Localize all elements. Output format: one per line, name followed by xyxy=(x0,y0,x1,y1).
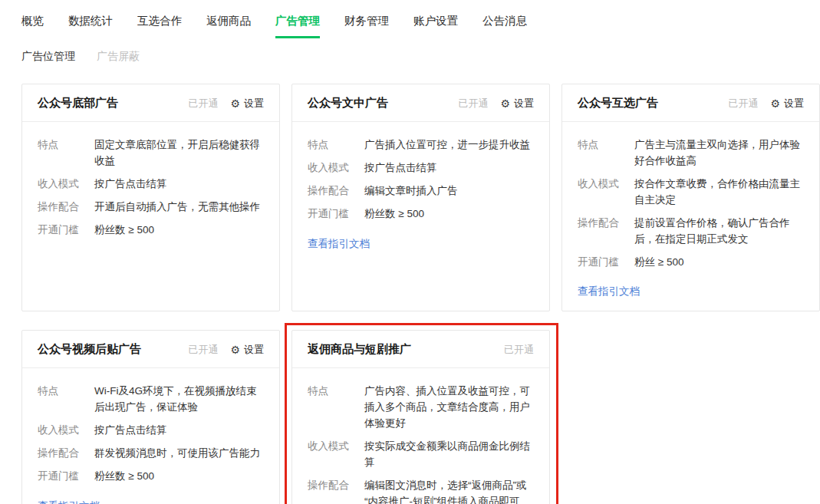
spec-value: 粉丝数 ≥ 500 xyxy=(364,206,424,222)
tab-mutual-selection[interactable]: 互选合作 xyxy=(137,14,182,38)
spec-value: 提前设置合作价格，确认广告合作后，在指定日期正式发文 xyxy=(634,216,804,248)
spec-value: 粉丝数 ≥ 500 xyxy=(94,222,154,239)
spec-row: 操作配合编辑文章时插入广告 xyxy=(308,183,534,199)
spec-label: 特点 xyxy=(38,384,85,416)
settings-button[interactable]: ⚙ 设置 xyxy=(230,343,264,357)
spec-row: 操作配合群发视频消息时，可使用该广告能力 xyxy=(38,446,264,462)
spec-row: 特点广告插入位置可控，进一步提升收益 xyxy=(308,137,534,153)
spec-label: 特点 xyxy=(308,137,355,153)
spec-value: 编辑文章时插入广告 xyxy=(364,183,458,199)
settings-label: 设置 xyxy=(514,97,534,110)
card-header: 公众号视频后贴广告 已开通 ⚙ 设置 xyxy=(22,331,279,368)
card-title: 公众号互选广告 xyxy=(578,96,658,110)
subtab-ad-slot-management[interactable]: 广告位管理 xyxy=(21,50,75,64)
spec-label: 特点 xyxy=(308,384,355,432)
card-title: 返佣商品与短剧推广 xyxy=(308,342,411,357)
card-header-actions: 已开通 ⚙ 设置 xyxy=(188,343,264,357)
tab-overview[interactable]: 概览 xyxy=(21,14,44,38)
spec-row: 收入模式按实际成交金额乘以商品佣金比例结算 xyxy=(308,439,534,471)
spec-value: 广告插入位置可控，进一步提升收益 xyxy=(364,137,530,153)
tab-data-stats[interactable]: 数据统计 xyxy=(68,14,113,38)
spec-value: 按实际成交金额乘以商品佣金比例结算 xyxy=(364,439,534,471)
card-body: 特点广告主与流量主双向选择，用户体验好合作收益高 收入模式按合作文章收费，合作价… xyxy=(562,122,819,311)
spec-label: 开通门槛 xyxy=(38,469,85,485)
spec-value: 固定文章底部位置，开启后稳健获得收益 xyxy=(94,137,264,170)
spec-label: 收入模式 xyxy=(308,439,355,471)
card-in-article-ad: 公众号文中广告 已开通 ⚙ 设置 特点广告插入位置可控，进一步提升收益 收入模式… xyxy=(291,84,550,311)
spec-row: 开通门槛粉丝数 ≥ 500 xyxy=(38,222,264,239)
spec-value: 按合作文章收费，合作价格由流量主自主决定 xyxy=(634,176,804,209)
spec-value: 群发视频消息时，可使用该广告能力 xyxy=(94,446,260,462)
status-badge: 已开通 xyxy=(504,343,534,357)
ad-cards-grid: 公众号底部广告 已开通 ⚙ 设置 特点固定文章底部位置，开启后稳健获得收益 收入… xyxy=(21,84,820,504)
spec-row: 收入模式按广告点击结算 xyxy=(38,423,264,439)
card-header: 公众号底部广告 已开通 ⚙ 设置 xyxy=(22,84,279,122)
spec-label: 收入模式 xyxy=(308,160,355,176)
spec-row: 特点Wi-Fi及4G环境下，在视频播放结束后出现广告，保证体验 xyxy=(38,384,264,416)
spec-row: 收入模式按合作文章收费，合作价格由流量主自主决定 xyxy=(578,176,804,209)
spec-label: 特点 xyxy=(578,137,625,170)
guide-doc-link[interactable]: 查看指引文档 xyxy=(578,285,640,298)
card-header-actions: 已开通 ⚙ 设置 xyxy=(728,97,804,110)
tab-account-settings[interactable]: 账户设置 xyxy=(413,14,458,38)
tab-ad-management[interactable]: 广告管理 xyxy=(275,14,320,38)
spec-row: 收入模式按广告点击结算 xyxy=(308,160,534,176)
spec-label: 收入模式 xyxy=(38,423,85,439)
card-mutual-selection-ad: 公众号互选广告 已开通 ⚙ 设置 特点广告主与流量主双向选择，用户体验好合作收益… xyxy=(561,84,820,311)
gear-icon: ⚙ xyxy=(230,344,240,355)
spec-value: 按广告点击结算 xyxy=(364,160,437,176)
spec-label: 收入模式 xyxy=(38,176,85,193)
settings-label: 设置 xyxy=(244,343,264,357)
status-badge: 已开通 xyxy=(728,97,758,110)
spec-label: 操作配合 xyxy=(308,183,355,199)
card-header-actions: 已开通 ⚙ 设置 xyxy=(188,97,264,110)
card-header: 返佣商品与短剧推广 已开通 xyxy=(292,331,549,368)
spec-label: 开通门槛 xyxy=(308,206,355,222)
spec-label: 操作配合 xyxy=(38,199,85,216)
spec-row: 开通门槛粉丝数 ≥ 500 xyxy=(38,469,264,485)
status-badge: 已开通 xyxy=(188,97,218,110)
tab-finance[interactable]: 财务管理 xyxy=(344,14,389,38)
gear-icon: ⚙ xyxy=(500,98,510,109)
card-bottom-ad: 公众号底部广告 已开通 ⚙ 设置 特点固定文章底部位置，开启后稳健获得收益 收入… xyxy=(21,84,280,311)
spec-label: 操作配合 xyxy=(38,446,85,462)
spec-label: 操作配合 xyxy=(308,478,355,504)
spec-value: 开通后自动插入广告，无需其他操作 xyxy=(94,199,260,216)
gear-icon: ⚙ xyxy=(230,98,240,109)
guide-doc-link[interactable]: 查看指引文档 xyxy=(38,499,100,504)
settings-button[interactable]: ⚙ 设置 xyxy=(770,97,804,110)
spec-row: 特点广告内容、插入位置及收益可控，可插入多个商品，文章结合度高，用户体验更好 xyxy=(308,384,534,432)
spec-row: 特点广告主与流量主双向选择，用户体验好合作收益高 xyxy=(578,137,804,170)
sub-nav: 广告位管理 广告屏蔽 xyxy=(0,38,820,64)
card-video-post-roll-ad: 公众号视频后贴广告 已开通 ⚙ 设置 特点Wi-Fi及4G环境下，在视频播放结束… xyxy=(21,330,280,504)
spec-label: 操作配合 xyxy=(578,216,625,248)
spec-value: Wi-Fi及4G环境下，在视频播放结束后出现广告，保证体验 xyxy=(94,384,264,416)
spec-value: 按广告点击结算 xyxy=(94,176,167,193)
spec-value: 按广告点击结算 xyxy=(94,423,167,439)
card-header-actions: 已开通 xyxy=(504,343,534,357)
spec-label: 开通门槛 xyxy=(38,222,85,239)
spec-row: 特点固定文章底部位置，开启后稳健获得收益 xyxy=(38,137,264,170)
settings-button[interactable]: ⚙ 设置 xyxy=(230,97,264,110)
subtab-ad-blocking[interactable]: 广告屏蔽 xyxy=(97,50,140,64)
card-title: 公众号视频后贴广告 xyxy=(38,342,141,357)
guide-doc-link[interactable]: 查看指引文档 xyxy=(308,237,370,251)
card-title: 公众号文中广告 xyxy=(308,96,388,110)
card-body: 特点广告内容、插入位置及收益可控，可插入多个商品，文章结合度高，用户体验更好 收… xyxy=(292,368,549,504)
tab-rebate-goods[interactable]: 返佣商品 xyxy=(206,14,251,38)
tab-announcements[interactable]: 公告消息 xyxy=(482,14,527,38)
card-body: 特点广告插入位置可控，进一步提升收益 收入模式按广告点击结算 操作配合编辑文章时… xyxy=(292,122,549,263)
spec-label: 开通门槛 xyxy=(578,255,625,271)
spec-value: 编辑图文消息时，选择“返佣商品”或“内容推广-短剧”组件插入商品即可 xyxy=(364,478,534,504)
spec-row: 开通门槛粉丝数 ≥ 500 xyxy=(308,206,534,222)
card-header: 公众号互选广告 已开通 ⚙ 设置 xyxy=(562,84,819,122)
settings-label: 设置 xyxy=(784,97,804,110)
spec-row: 收入模式按广告点击结算 xyxy=(38,176,264,193)
spec-row: 操作配合编辑图文消息时，选择“返佣商品”或“内容推广-短剧”组件插入商品即可 xyxy=(308,478,534,504)
spec-value: 广告内容、插入位置及收益可控，可插入多个商品，文章结合度高，用户体验更好 xyxy=(364,384,534,432)
spec-value: 广告主与流量主双向选择，用户体验好合作收益高 xyxy=(634,137,804,170)
spec-row: 操作配合开通后自动插入广告，无需其他操作 xyxy=(38,199,264,216)
settings-button[interactable]: ⚙ 设置 xyxy=(500,97,534,110)
card-body: 特点固定文章底部位置，开启后稳健获得收益 收入模式按广告点击结算 操作配合开通后… xyxy=(22,122,279,258)
spec-label: 收入模式 xyxy=(578,176,625,209)
